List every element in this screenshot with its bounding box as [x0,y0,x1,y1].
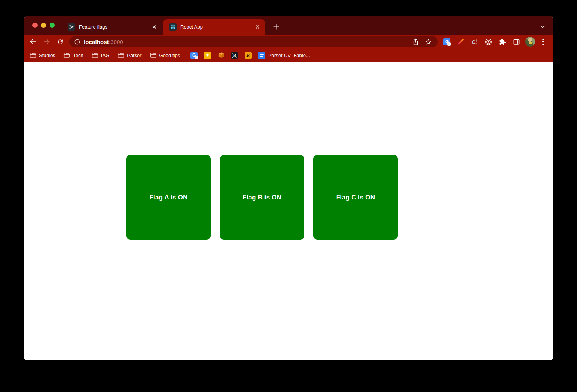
folder-icon [92,52,98,58]
orange-cube-icon[interactable] [218,52,225,59]
flag-a-status: Flag A is ON [149,194,187,201]
bookmark-star-icon[interactable] [424,38,432,46]
minimize-window-button[interactable] [41,23,46,28]
extensions-row: G C [443,38,521,46]
flag-cards: Flag A is ON Flag B is ON Flag C is ON [126,155,398,240]
forward-icon[interactable] [42,37,51,46]
desktop: { "theme": { "css_vars": { "--bg": "#000… [0,0,577,392]
tab-react-app[interactable]: React App [163,19,265,35]
browser-menu-icon[interactable] [539,39,547,45]
flag-b-status: Flag B is ON [243,194,281,201]
blue-doc-icon[interactable] [258,52,265,59]
close-tab-icon[interactable] [254,24,261,30]
flag-a-card: Flag A is ON [126,155,211,240]
folder-icon [150,52,157,58]
folder-icon [118,52,124,58]
reload-icon[interactable] [56,37,65,46]
folder-icon [30,52,36,58]
flag-c-status: Flag C is ON [336,194,375,201]
extensions-puzzle-icon[interactable] [498,38,507,46]
highlighter-extension-icon[interactable] [456,38,465,46]
bookmarks-bar: Studies Tech IAG Parser Good tips [24,49,553,62]
close-tab-icon[interactable] [151,24,157,30]
profile-avatar[interactable] [525,37,535,47]
flag-b-card: Flag B is ON [220,155,304,240]
tab-search-chevron-icon[interactable] [539,23,547,30]
back-icon[interactable] [29,37,38,46]
window-controls [32,23,55,28]
close-window-button[interactable] [32,23,38,28]
browser-toolbar: localhost:3000 G C [24,35,553,49]
google-keep-icon[interactable] [204,52,211,59]
info-icon[interactable] [74,39,80,45]
tab-strip: Feature flags React App [24,16,553,35]
side-panel-icon[interactable] [512,38,521,46]
tab-feature-flags[interactable]: Feature flags [63,19,162,35]
clockify-extension-icon[interactable]: C [470,38,479,46]
google-translate-icon[interactable]: G [190,52,198,59]
browser-window: Feature flags React App [24,16,553,360]
tab-title: React App [180,24,254,30]
zoom-window-button[interactable] [50,23,55,28]
new-tab-plus-icon[interactable] [271,21,281,32]
bookmark-folder-studies[interactable]: Studies [30,52,55,58]
address-bar[interactable]: localhost:3000 [69,36,438,47]
bookmark-parser-cv[interactable]: Parser CV- Fabio... [268,53,310,58]
bookmark-folder-tech[interactable]: Tech [63,52,83,58]
url-host: localhost [84,39,109,45]
target-extension-icon[interactable] [484,38,493,46]
dark-arrow-icon [68,23,75,31]
share-icon[interactable] [411,38,420,46]
folder-icon [63,52,70,58]
url-port: :3000 [109,39,123,45]
orange-r-icon[interactable]: R [245,52,252,59]
tab-title: Feature flags [79,24,151,30]
black-r-icon[interactable]: R [231,52,238,59]
url-text: localhost:3000 [84,39,123,45]
translate-extension-icon[interactable]: G [443,38,451,46]
react-logo-icon [169,23,177,31]
page-content: Flag A is ON Flag B is ON Flag C is ON [24,62,553,360]
bookmark-folder-parser[interactable]: Parser [118,52,141,58]
bookmark-folder-iag[interactable]: IAG [92,52,109,58]
flag-c-card: Flag C is ON [313,155,398,240]
bookmark-folder-good-tips[interactable]: Good tips [150,52,180,58]
